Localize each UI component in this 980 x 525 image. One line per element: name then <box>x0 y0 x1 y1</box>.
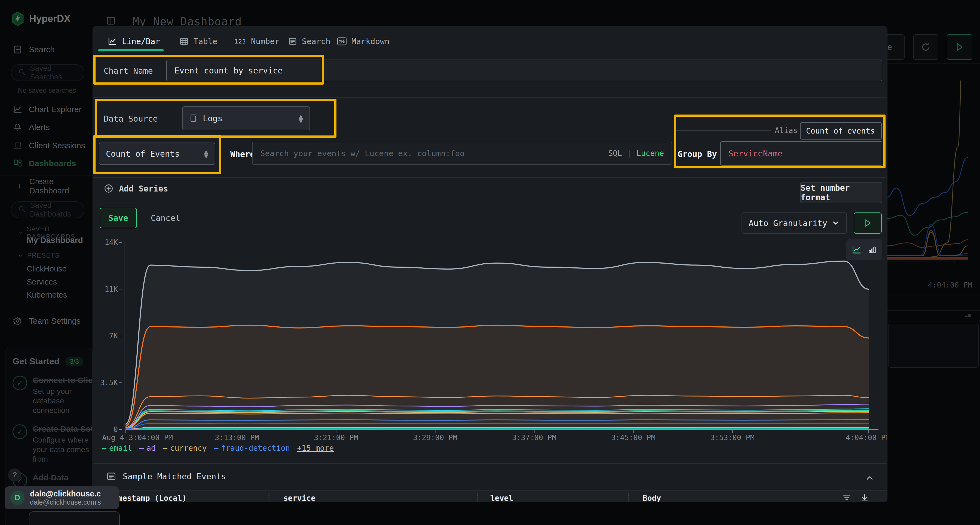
tab-label: Table <box>194 37 217 46</box>
tab-label: Markdown <box>352 37 390 46</box>
row-divider <box>93 97 887 98</box>
cancel-button[interactable]: Cancel <box>148 208 183 228</box>
column-separator[interactable] <box>269 493 269 502</box>
table-icon <box>180 37 189 46</box>
where-placeholder: Search your events w/ Lucene ex. column:… <box>260 149 465 158</box>
set-number-format-button[interactable]: Set number format <box>800 182 882 203</box>
select-chevrons-icon: ▲▼ <box>299 113 303 124</box>
legend-item[interactable]: —fraud-detection <box>214 444 290 453</box>
column-header[interactable]: Timestamp (Local) <box>109 494 187 502</box>
add-series-button[interactable]: Add Series <box>104 184 168 194</box>
column-separator[interactable] <box>477 493 478 502</box>
play-icon <box>864 219 871 227</box>
alias-connector-line <box>675 130 771 130</box>
save-button[interactable]: Save <box>100 208 137 228</box>
preview-run-button[interactable] <box>854 213 882 234</box>
legend-label: ad <box>146 444 156 453</box>
tab-label: Search <box>302 37 331 46</box>
tab-line-bar[interactable]: Line/Bar <box>108 33 160 50</box>
tab-number[interactable]: 123 Number <box>234 33 280 50</box>
legend-swatch: — <box>102 444 107 453</box>
data-source-label: Data Source <box>104 114 158 124</box>
tab-table[interactable]: Table <box>180 33 217 50</box>
legend-more-link[interactable]: +15 more <box>297 444 334 453</box>
download-icon[interactable] <box>860 493 869 502</box>
chevron-down-icon <box>832 219 840 227</box>
select-chevrons-icon: ▲▼ <box>204 149 208 159</box>
lucene-mode-toggle[interactable]: Lucene <box>636 149 664 158</box>
section-divider <box>93 463 887 464</box>
legend-swatch: — <box>163 444 167 453</box>
active-tab-underline <box>98 49 164 51</box>
tabs-divider <box>93 51 887 51</box>
chart-name-input[interactable] <box>166 60 882 81</box>
markdown-icon <box>337 37 347 45</box>
tab-label: Line/Bar <box>122 37 160 46</box>
alias-input[interactable] <box>800 122 882 140</box>
legend-label: email <box>109 444 132 453</box>
column-header[interactable]: level <box>490 494 513 502</box>
chart-legend: —email —ad —currency —fraud-detection +1… <box>102 444 334 453</box>
alias-label: Alias <box>775 126 798 135</box>
column-header[interactable]: service <box>283 494 315 502</box>
sql-mode-toggle[interactable]: SQL <box>608 149 622 158</box>
tab-search[interactable]: Search <box>288 33 331 50</box>
data-source-select[interactable]: Logs ▲▼ <box>182 106 310 130</box>
y-axis-labels: 03.5K7K11K14K <box>93 243 123 430</box>
collapse-section-icon[interactable] <box>865 473 875 484</box>
legend-label: fraud-detection <box>221 444 290 453</box>
chart-editor-modal: Line/Bar Table 123 Number Search Markdow… <box>92 26 888 502</box>
mode-separator: | <box>627 149 632 158</box>
plus-circle-icon <box>104 184 113 194</box>
granularity-select[interactable]: Auto Granularity <box>741 213 847 234</box>
events-list-icon <box>107 471 116 481</box>
add-series-label: Add Series <box>119 184 168 194</box>
line-chart-icon <box>108 37 117 46</box>
legend-swatch: — <box>139 444 144 453</box>
legend-label: currency <box>170 444 207 453</box>
group-by-label: Group By <box>678 149 717 159</box>
chart-name-label: Chart Name <box>104 66 153 76</box>
group-by-input[interactable] <box>720 141 882 166</box>
y-axis-line <box>124 243 124 430</box>
where-label: Where <box>230 149 255 159</box>
tab-label: Number <box>251 37 280 46</box>
legend-item[interactable]: —email <box>102 444 132 453</box>
legend-swatch: — <box>214 444 218 453</box>
tab-markdown[interactable]: Markdown <box>337 33 390 50</box>
aggregation-value: Count of Events <box>106 149 180 159</box>
list-icon <box>288 37 297 46</box>
database-icon <box>189 114 197 123</box>
where-input[interactable]: Search your events w/ Lucene ex. column:… <box>252 142 672 165</box>
screen: My New Dashboard ve 4:04:00 PM HyperDX <box>0 0 980 525</box>
column-header[interactable]: Body <box>643 494 661 502</box>
legend-item[interactable]: —currency <box>163 444 207 453</box>
legend-item[interactable]: —ad <box>139 444 156 453</box>
column-separator[interactable] <box>628 493 629 502</box>
filter-icon[interactable] <box>842 493 851 502</box>
data-source-value: Logs <box>203 114 223 123</box>
table-header-row: Timestamp (Local) service level Body <box>93 490 887 502</box>
123-icon: 123 <box>234 38 246 45</box>
series-chart <box>126 243 878 433</box>
x-axis-labels: Aug 4 3:04:00 PM3:13:00 PM3:21:00 PM3:29… <box>126 433 869 444</box>
row-divider <box>93 177 887 178</box>
granularity-value: Auto Granularity <box>749 219 827 228</box>
sample-events-title: Sample Matched Events <box>123 472 226 481</box>
aggregation-select[interactable]: Count of Events ▲▼ <box>99 143 215 165</box>
